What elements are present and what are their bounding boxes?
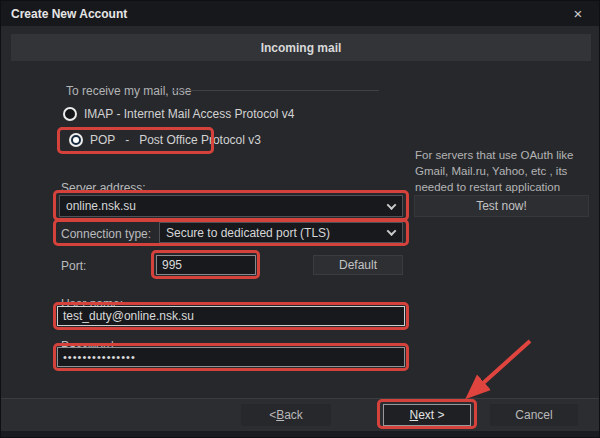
incoming-mail-header: Incoming mail [11,34,591,61]
oauth-note: For servers that use OAuth like Gmail, M… [415,147,595,195]
connection-type-value: Secure to dedicated port (TLS) [160,226,380,240]
port-input[interactable]: 995 [156,255,256,275]
title-bar: Create New Account [1,1,599,26]
username-input[interactable]: test_duty@online.nsk.su [57,306,405,326]
group-border-line [173,90,379,91]
create-new-account-dialog: Create New Account × Incoming mail To re… [0,0,600,438]
test-now-button[interactable]: Test now! [414,195,589,217]
close-icon[interactable]: × [563,1,593,26]
port-label: Port: [61,259,86,273]
back-button-rest: ack [284,408,303,422]
next-button[interactable]: Next > [383,404,471,426]
back-button-mnemonic: B [276,408,284,422]
password-input[interactable]: ••••••••••••••• [57,347,405,367]
radio-unchecked-icon[interactable] [63,107,77,121]
radio-pop-label: POP - Post Office Protocol v3 [90,133,261,147]
radio-pop[interactable]: POP - Post Office Protocol v3 [69,133,261,147]
annotation-arrow [1,1,600,438]
connection-type-combobox[interactable]: Secure to dedicated port (TLS) [159,222,403,243]
chevron-down-icon[interactable] [380,196,402,216]
group-legend: To receive my mail, use [66,84,191,98]
radio-checked-icon[interactable] [69,133,83,147]
back-button[interactable]: < Back [241,404,331,426]
connection-type-label: Connection type: [61,227,151,241]
back-button-prefix: < [269,408,276,422]
server-address-value: online.nsk.su [60,199,380,213]
next-button-mnemonic: N [409,408,418,422]
chevron-down-icon[interactable] [380,223,402,242]
next-button-rest: ext > [418,408,444,422]
server-address-label: Server address: [61,181,146,195]
radio-imap-label: IMAP - Internet Mail Access Protocol v4 [84,107,295,121]
cancel-button[interactable]: Cancel [490,404,578,426]
window-title: Create New Account [1,7,127,21]
bottom-strip [1,431,599,438]
default-button[interactable]: Default [313,255,403,275]
radio-imap[interactable]: IMAP - Internet Mail Access Protocol v4 [63,107,295,121]
server-address-combobox[interactable]: online.nsk.su [59,195,403,217]
header-title: Incoming mail [261,41,342,55]
